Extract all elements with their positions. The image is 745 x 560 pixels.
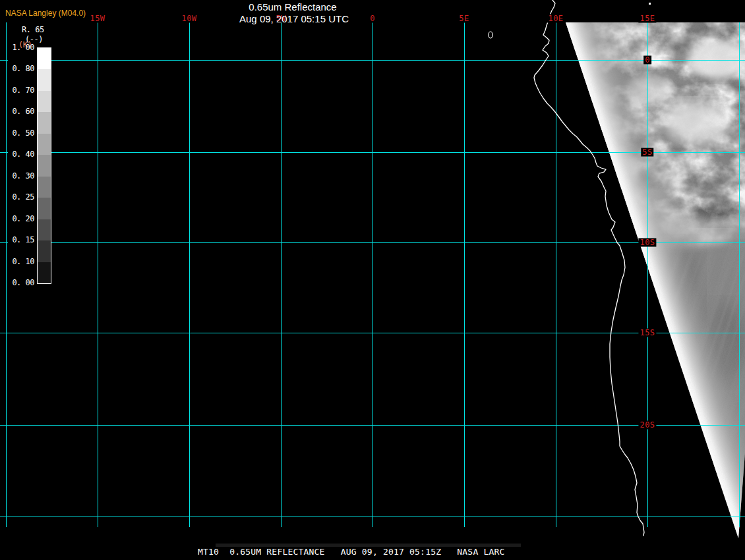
latitude-label: 15S: [638, 329, 656, 337]
latitude-label: 20S: [638, 421, 656, 430]
satellite-image-viewer: R. 65 (--) (K) 1. 000. 800. 700. 600. 50…: [0, 0, 745, 560]
product-datetime: Aug 09, 2017 05:15 UTC: [239, 13, 349, 24]
latitude-label: 5S: [641, 148, 653, 157]
footer-caption-bar: MT10 0.65UM REFLECTANCE AUG 09, 2017 05:…: [0, 542, 745, 560]
header: NASA Langley (M04.0) 0.65um Reflectance …: [0, 0, 745, 26]
footer-caption: MT10 0.65UM REFLECTANCE AUG 09, 2017 05:…: [198, 547, 505, 557]
product-title: 0.65um Reflectance: [249, 1, 336, 13]
latitude-label: 0: [643, 56, 651, 65]
credit-label: NASA Langley (M04.0): [5, 9, 86, 18]
geo-labels-layer: 15W10W5W05E10E15E05S10S15S20S: [0, 0, 745, 560]
latitude-label: 10S: [638, 238, 656, 247]
